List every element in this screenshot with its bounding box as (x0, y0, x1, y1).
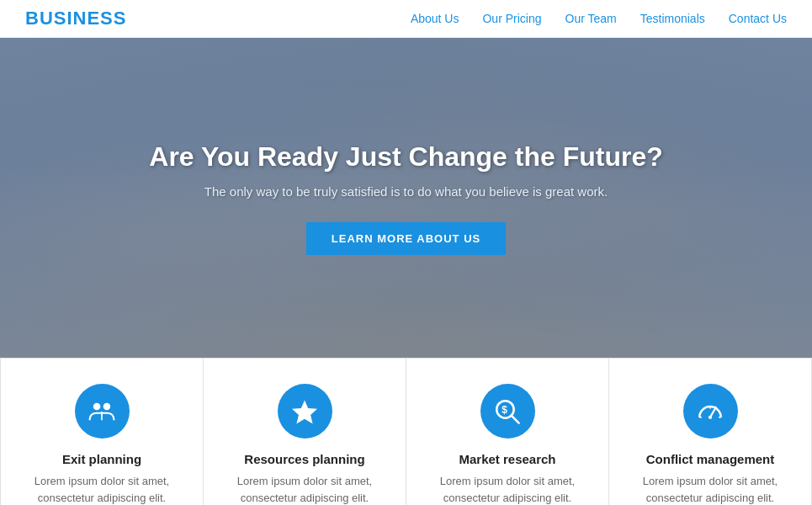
nav-link[interactable]: Contact Us (729, 12, 787, 25)
svg-line-5 (512, 415, 519, 423)
card-description: Lorem ipsum dolor sit amet, consectetur … (18, 473, 186, 505)
svg-point-0 (93, 402, 101, 410)
nav-item[interactable]: Our Team (565, 11, 617, 26)
card-title: Market research (459, 452, 555, 466)
logo: BUSINESS (25, 8, 126, 29)
card-description: Lorem ipsum dolor sit amet, consectetur … (626, 473, 794, 505)
card-title: Resources planning (244, 452, 364, 466)
hero-section: Are You Ready Just Change the Future? Th… (0, 38, 812, 358)
hero-title: Are You Ready Just Change the Future? (149, 141, 662, 173)
people-icon (75, 384, 130, 439)
card-description: Lorem ipsum dolor sit amet, consectetur … (220, 473, 389, 505)
card-description: Lorem ipsum dolor sit amet, consectetur … (423, 473, 592, 505)
svg-point-1 (103, 402, 111, 410)
main-nav: About UsOur PricingOur TeamTestimonialsC… (411, 11, 787, 26)
nav-link[interactable]: Our Team (565, 12, 617, 25)
svg-point-8 (709, 415, 712, 418)
nav-link[interactable]: Testimonials (640, 12, 705, 25)
card-title: Conflict management (646, 452, 775, 466)
card-resources-planning: Resources planningLorem ipsum dolor sit … (204, 358, 406, 505)
card-title: Exit planning (62, 452, 141, 466)
search-dollar-icon: $ (480, 384, 535, 439)
nav-link[interactable]: About Us (411, 12, 459, 25)
nav-link[interactable]: Our Pricing (482, 12, 541, 25)
star-icon (278, 384, 332, 439)
hero-content: Are You Ready Just Change the Future? Th… (115, 141, 696, 255)
svg-text:$: $ (502, 403, 507, 415)
card-conflict-management: Conflict managementLorem ipsum dolor sit… (609, 358, 812, 505)
card-exit-planning: Exit planningLorem ipsum dolor sit amet,… (0, 358, 204, 505)
nav-item[interactable]: Our Pricing (482, 11, 541, 26)
learn-more-button[interactable]: LEARN MORE ABOUT US (306, 222, 506, 255)
cards-section: Exit planningLorem ipsum dolor sit amet,… (0, 358, 812, 505)
card-market-research: $ Market researchLorem ipsum dolor sit a… (406, 358, 609, 505)
gauge-icon (683, 384, 738, 439)
nav-item[interactable]: Contact Us (729, 11, 787, 26)
hero-subtitle: The only way to be truly satisfied is to… (149, 184, 662, 199)
nav-item[interactable]: Testimonials (640, 11, 705, 26)
header: BUSINESS About UsOur PricingOur TeamTest… (0, 0, 812, 38)
nav-item[interactable]: About Us (411, 11, 459, 26)
svg-marker-3 (292, 400, 317, 423)
